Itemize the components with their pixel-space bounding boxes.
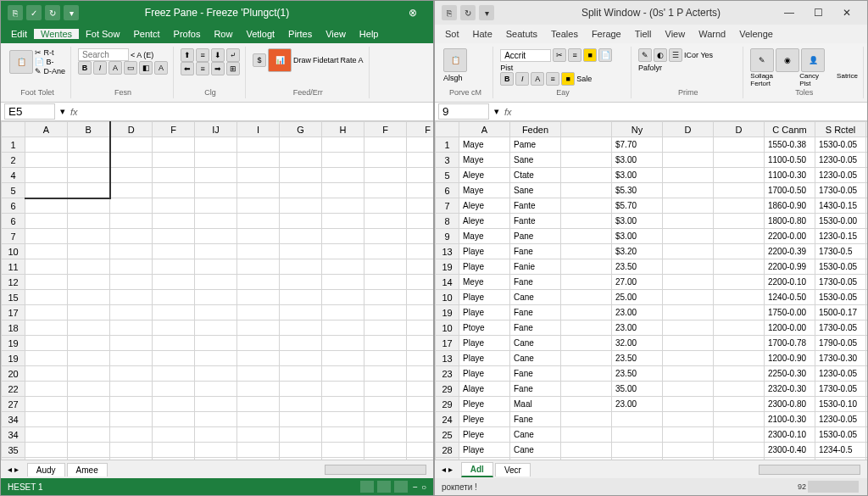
cell[interactable]: [195, 443, 237, 458]
cell[interactable]: [110, 229, 153, 244]
cell[interactable]: [714, 336, 765, 351]
cell[interactable]: 1730-0.30: [815, 351, 866, 366]
cell[interactable]: 1530-0.05: [815, 137, 866, 153]
align-icon[interactable]: A: [108, 61, 122, 75]
cell[interactable]: 1550-0.38: [765, 137, 815, 153]
cell[interactable]: [407, 458, 434, 460]
fill-icon[interactable]: ■: [561, 72, 575, 86]
row-header[interactable]: 34: [2, 412, 25, 427]
cell[interactable]: [110, 320, 153, 336]
cell[interactable]: [237, 198, 280, 214]
cell[interactable]: Aleye: [459, 168, 510, 183]
cell[interactable]: Maal: [510, 397, 561, 412]
cell[interactable]: [407, 153, 434, 168]
align-bot-icon[interactable]: ⬇: [211, 48, 225, 62]
row-header[interactable]: 6: [2, 214, 25, 229]
cell[interactable]: [195, 198, 237, 214]
cell[interactable]: [280, 427, 322, 443]
row-header[interactable]: 12: [2, 275, 25, 290]
cell[interactable]: [407, 305, 434, 320]
cell[interactable]: [364, 458, 407, 460]
cell[interactable]: [153, 305, 195, 320]
cell[interactable]: [25, 229, 68, 244]
cell[interactable]: [110, 443, 153, 458]
cell[interactable]: [407, 382, 434, 397]
column-header[interactable]: C Canm: [765, 122, 815, 137]
fill-icon[interactable]: ◧: [139, 61, 153, 75]
cell[interactable]: [364, 244, 407, 259]
cell[interactable]: [25, 168, 68, 183]
cell[interactable]: [364, 290, 407, 305]
sheet-tab[interactable]: Amee: [67, 463, 108, 476]
cell[interactable]: [663, 351, 714, 366]
cell[interactable]: 32.00: [612, 336, 663, 351]
cell[interactable]: 2200-0.99: [765, 259, 815, 275]
cell[interactable]: [407, 412, 434, 427]
cell[interactable]: [322, 275, 364, 290]
cell[interactable]: [364, 351, 407, 366]
cell[interactable]: [110, 214, 153, 229]
cell[interactable]: [280, 366, 322, 382]
row-header[interactable]: 8: [436, 214, 459, 229]
cell[interactable]: [237, 290, 280, 305]
menu-pirtes[interactable]: Pirtes: [281, 29, 319, 39]
cell[interactable]: [110, 168, 153, 183]
grid-right[interactable]: AFedenNyDDC CanmS RctelE RetertL 1 Maye …: [435, 121, 867, 460]
cell[interactable]: 1730-0.5: [815, 244, 866, 259]
cell[interactable]: [714, 320, 765, 336]
cell[interactable]: [153, 412, 195, 427]
column-header[interactable]: D: [110, 122, 153, 137]
merge-icon[interactable]: ⊞: [226, 62, 240, 75]
row-header[interactable]: 10: [436, 320, 459, 336]
cell[interactable]: [195, 458, 237, 460]
cell[interactable]: [612, 458, 663, 460]
search-input[interactable]: [78, 48, 129, 61]
cell[interactable]: [68, 320, 110, 336]
cell[interactable]: 2320-0.30: [765, 382, 815, 397]
cell[interactable]: [612, 412, 663, 427]
row-header[interactable]: 1: [436, 137, 459, 153]
cell[interactable]: [153, 244, 195, 259]
cell[interactable]: [663, 290, 714, 305]
cell[interactable]: 23.00: [612, 305, 663, 320]
cell[interactable]: 1100-0.10: [866, 443, 868, 458]
cell[interactable]: 1200-0.00: [765, 320, 815, 336]
cell[interactable]: [322, 397, 364, 412]
cell[interactable]: 35.00: [612, 382, 663, 397]
cell[interactable]: [68, 427, 110, 443]
cell[interactable]: [280, 168, 322, 183]
row-header[interactable]: 7: [2, 229, 25, 244]
cell[interactable]: [110, 412, 153, 427]
cell[interactable]: Fane: [510, 320, 561, 336]
cell[interactable]: [322, 366, 364, 382]
cell[interactable]: 1790-0.05: [815, 336, 866, 351]
cell[interactable]: Pleye: [459, 397, 510, 412]
cell[interactable]: [110, 458, 153, 460]
menu-sot[interactable]: Sot: [438, 29, 466, 39]
cell[interactable]: 1230-0.05: [815, 153, 866, 168]
cell[interactable]: [714, 351, 765, 366]
cell[interactable]: [25, 351, 68, 366]
cell[interactable]: [237, 229, 280, 244]
border-icon[interactable]: ▭: [124, 61, 137, 75]
cell[interactable]: Alaye: [459, 382, 510, 397]
cell[interactable]: [237, 275, 280, 290]
cell[interactable]: Meye: [459, 275, 510, 290]
qat-icon[interactable]: ↻: [460, 5, 476, 20]
cell[interactable]: [714, 198, 765, 214]
cell[interactable]: [663, 397, 714, 412]
cell[interactable]: [663, 244, 714, 259]
cell[interactable]: [322, 229, 364, 244]
cell[interactable]: [195, 137, 237, 153]
cell[interactable]: Playe: [459, 443, 510, 458]
cell[interactable]: Maye: [459, 153, 510, 168]
cell[interactable]: 2250-0.30: [765, 366, 815, 382]
row-header[interactable]: 5: [2, 183, 25, 198]
cell[interactable]: [322, 198, 364, 214]
cell[interactable]: [25, 244, 68, 259]
cell[interactable]: [663, 336, 714, 351]
cell[interactable]: Fane: [510, 366, 561, 382]
cell[interactable]: [280, 229, 322, 244]
cell[interactable]: [153, 198, 195, 214]
column-header[interactable]: H: [322, 122, 364, 137]
